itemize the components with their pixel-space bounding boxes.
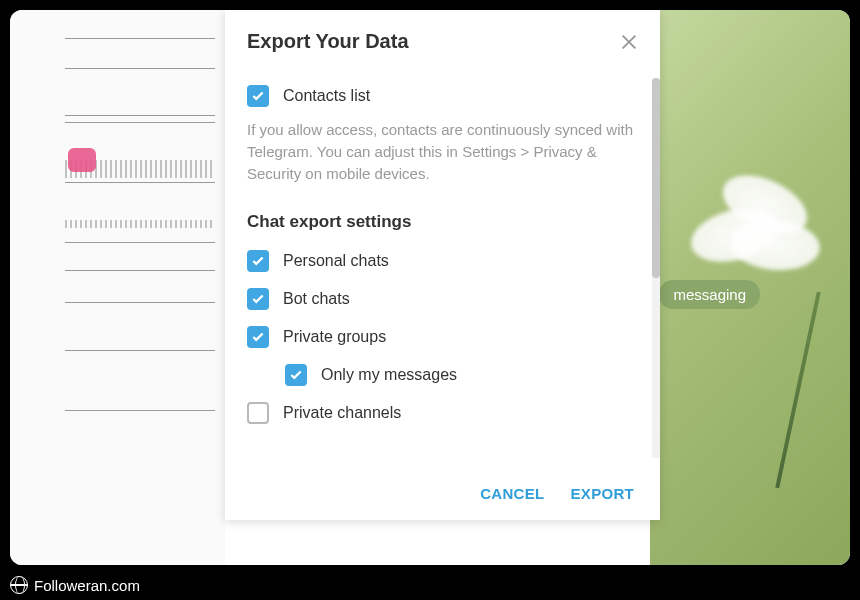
private-channels-row[interactable]: Private channels [247,394,638,432]
checkmark-icon [251,330,265,344]
export-button[interactable]: EXPORT [571,485,634,502]
checkmark-icon [251,254,265,268]
personal-chats-row[interactable]: Personal chats [247,242,638,280]
messaging-badge: messaging [659,280,760,309]
only-my-messages-checkbox[interactable] [285,364,307,386]
contacts-checkbox[interactable] [247,85,269,107]
private-groups-checkbox[interactable] [247,326,269,348]
bot-chats-checkbox[interactable] [247,288,269,310]
watermark-text: Followeran.com [34,577,140,594]
personal-chats-checkbox[interactable] [247,250,269,272]
private-channels-checkbox[interactable] [247,402,269,424]
watermark: Followeran.com [10,576,140,594]
export-dialog: Export Your Data Contacts list If you al… [225,10,660,520]
pink-marker [68,148,96,172]
sidebar-background [10,10,225,565]
only-my-messages-row[interactable]: Only my messages [247,356,638,394]
checkmark-icon [289,368,303,382]
cancel-button[interactable]: CANCEL [480,485,544,502]
dialog-body: Contacts list If you allow access, conta… [225,65,660,467]
bot-chats-row[interactable]: Bot chats [247,280,638,318]
dialog-title: Export Your Data [247,30,409,53]
checkmark-icon [251,292,265,306]
chat-background: messaging [650,10,850,565]
private-groups-label: Private groups [283,328,386,346]
flower-stem [775,292,820,488]
flower-decoration [680,150,820,290]
private-groups-row[interactable]: Private groups [247,318,638,356]
checkmark-icon [251,89,265,103]
dialog-footer: CANCEL EXPORT [225,467,660,520]
contacts-label: Contacts list [283,87,370,105]
globe-icon [10,576,28,594]
close-icon[interactable] [620,33,638,51]
scrollbar-thumb[interactable] [652,78,660,278]
dialog-header: Export Your Data [225,10,660,65]
bot-chats-label: Bot chats [283,290,350,308]
badge-text: messaging [673,286,746,303]
chat-export-heading: Chat export settings [247,202,638,242]
contacts-description: If you allow access, contacts are contin… [247,115,638,202]
private-channels-label: Private channels [283,404,401,422]
only-my-messages-label: Only my messages [321,366,457,384]
personal-chats-label: Personal chats [283,252,389,270]
contacts-list-row[interactable]: Contacts list [247,77,638,115]
